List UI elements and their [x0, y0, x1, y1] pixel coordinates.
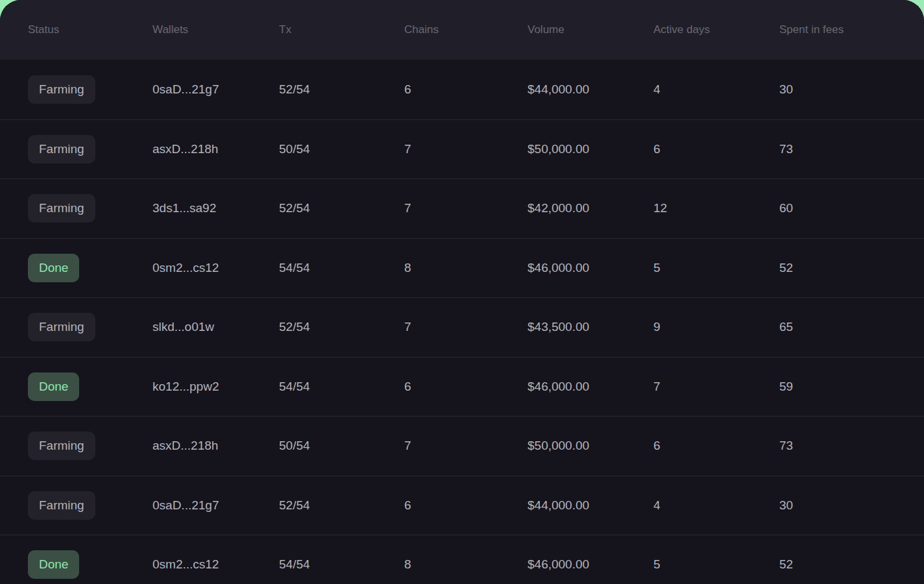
- active-days-cell: 7: [653, 380, 779, 394]
- table-body: Farming 0saD...21g7 52/54 6 $44,000.00 4…: [0, 60, 924, 584]
- table-row[interactable]: Done 0sm2...cs12 54/54 8 $46,000.00 5 52: [0, 238, 924, 298]
- table-row[interactable]: Done 0sm2...cs12 54/54 8 $46,000.00 5 52: [0, 535, 924, 584]
- spent-in-fees-cell: 73: [779, 439, 924, 453]
- status-badge: Farming: [28, 313, 95, 341]
- spent-in-fees-cell: 52: [779, 557, 924, 572]
- chains-cell: 7: [404, 142, 528, 156]
- status-cell: Done: [28, 372, 152, 401]
- wallet-cell: 0saD...21g7: [152, 498, 279, 513]
- active-days-cell: 4: [653, 498, 779, 513]
- status-cell: Farming: [28, 135, 152, 164]
- chains-cell: 6: [404, 498, 528, 513]
- status-cell: Farming: [28, 75, 152, 104]
- status-cell: Farming: [28, 313, 152, 341]
- chains-cell: 6: [404, 380, 528, 394]
- tx-cell: 50/54: [279, 439, 404, 453]
- wallet-cell: asxD...218h: [152, 142, 279, 156]
- active-days-cell: 6: [653, 142, 779, 156]
- wallets-table-panel: Status Wallets Tx Chains Volume Active d…: [0, 0, 924, 584]
- wallet-cell: asxD...218h: [152, 439, 279, 453]
- wallet-cell: 3ds1...sa92: [152, 201, 279, 215]
- active-days-cell: 6: [653, 439, 779, 453]
- status-badge: Farming: [28, 194, 95, 223]
- active-days-cell: 5: [653, 557, 779, 572]
- status-cell: Farming: [28, 432, 152, 460]
- table-row[interactable]: Farming slkd...o01w 52/54 7 $43,500.00 9…: [0, 297, 924, 357]
- column-header-active-days: Active days: [653, 23, 779, 36]
- status-cell: Done: [28, 254, 152, 282]
- status-badge: Farming: [28, 491, 95, 520]
- column-header-wallets: Wallets: [152, 23, 279, 36]
- table-row[interactable]: Done ko12...ppw2 54/54 6 $46,000.00 7 59: [0, 357, 924, 417]
- wallet-cell: 0sm2...cs12: [152, 261, 279, 275]
- active-days-cell: 4: [653, 82, 779, 97]
- table-row[interactable]: Farming asxD...218h 50/54 7 $50,000.00 6…: [0, 119, 924, 179]
- volume-cell: $44,000.00: [528, 498, 653, 513]
- spent-in-fees-cell: 30: [779, 498, 924, 513]
- column-header-status: Status: [28, 23, 152, 36]
- chains-cell: 7: [404, 201, 528, 215]
- volume-cell: $46,000.00: [528, 380, 653, 394]
- status-badge: Done: [28, 372, 79, 401]
- volume-cell: $44,000.00: [528, 82, 653, 97]
- table-row[interactable]: Farming asxD...218h 50/54 7 $50,000.00 6…: [0, 416, 924, 476]
- tx-cell: 50/54: [279, 142, 404, 156]
- spent-in-fees-cell: 60: [779, 201, 924, 215]
- volume-cell: $46,000.00: [528, 557, 653, 572]
- volume-cell: $46,000.00: [528, 261, 653, 275]
- tx-cell: 52/54: [279, 201, 404, 215]
- volume-cell: $42,000.00: [528, 201, 653, 215]
- volume-cell: $43,500.00: [528, 320, 653, 334]
- tx-cell: 54/54: [279, 380, 404, 394]
- status-badge: Done: [28, 254, 79, 282]
- chains-cell: 7: [404, 439, 528, 453]
- spent-in-fees-cell: 73: [779, 142, 924, 156]
- chains-cell: 7: [404, 320, 528, 334]
- wallet-cell: 0sm2...cs12: [152, 557, 279, 572]
- spent-in-fees-cell: 30: [779, 82, 924, 97]
- chains-cell: 8: [404, 261, 528, 275]
- wallet-cell: ko12...ppw2: [152, 380, 279, 394]
- status-cell: Done: [28, 550, 152, 579]
- table-row[interactable]: Farming 0saD...21g7 52/54 6 $44,000.00 4…: [0, 476, 924, 535]
- status-badge: Done: [28, 550, 79, 579]
- wallet-cell: 0saD...21g7: [152, 82, 279, 97]
- column-header-volume: Volume: [528, 23, 653, 36]
- chains-cell: 8: [404, 557, 528, 572]
- spent-in-fees-cell: 59: [779, 380, 924, 394]
- status-badge: Farming: [28, 135, 95, 164]
- tx-cell: 52/54: [279, 498, 404, 513]
- spent-in-fees-cell: 52: [779, 261, 924, 275]
- tx-cell: 52/54: [279, 320, 404, 334]
- table-header: Status Wallets Tx Chains Volume Active d…: [0, 0, 924, 60]
- active-days-cell: 5: [653, 261, 779, 275]
- volume-cell: $50,000.00: [528, 439, 653, 453]
- column-header-tx: Tx: [279, 23, 404, 36]
- status-cell: Farming: [28, 491, 152, 520]
- column-header-chains: Chains: [404, 23, 528, 36]
- tx-cell: 54/54: [279, 557, 404, 572]
- status-badge: Farming: [28, 75, 95, 104]
- spent-in-fees-cell: 65: [779, 320, 924, 334]
- wallet-cell: slkd...o01w: [152, 320, 279, 334]
- tx-cell: 54/54: [279, 261, 404, 275]
- chains-cell: 6: [404, 82, 528, 97]
- table-row[interactable]: Farming 3ds1...sa92 52/54 7 $42,000.00 1…: [0, 178, 924, 238]
- column-header-spent-in-fees: Spent in fees: [779, 23, 924, 36]
- table-row[interactable]: Farming 0saD...21g7 52/54 6 $44,000.00 4…: [0, 60, 924, 119]
- status-cell: Farming: [28, 194, 152, 223]
- status-badge: Farming: [28, 432, 95, 460]
- active-days-cell: 9: [653, 320, 779, 334]
- active-days-cell: 12: [653, 201, 779, 215]
- volume-cell: $50,000.00: [528, 142, 653, 156]
- tx-cell: 52/54: [279, 82, 404, 97]
